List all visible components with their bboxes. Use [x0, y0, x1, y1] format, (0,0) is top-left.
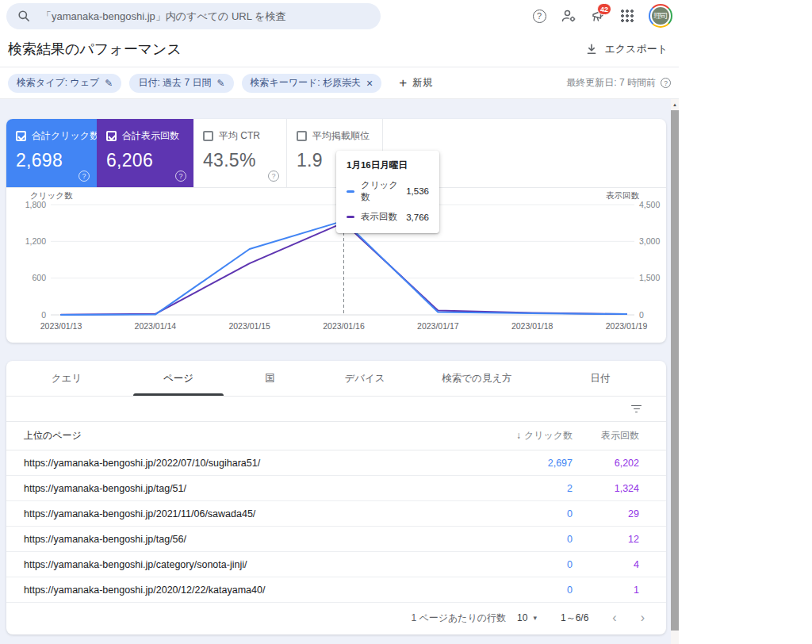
svg-text:0: 0 [41, 310, 46, 320]
close-icon[interactable]: × [366, 78, 373, 89]
page-url[interactable]: https://yamanaka-bengoshi.jp/2020/12/22/… [6, 585, 477, 596]
clicks-value: 0 [477, 559, 573, 570]
filter-chip-date[interactable]: 日付: 過去 7 日間 ✎ [129, 74, 233, 93]
page-url[interactable]: https://yamanaka-bengoshi.jp/tag/56/ [6, 534, 477, 545]
user-settings-button[interactable] [561, 8, 576, 24]
column-header-pages[interactable]: 上位のページ [6, 429, 477, 443]
impressions-series-swatch [347, 216, 354, 218]
new-filter-button[interactable]: + 新規 [399, 76, 432, 90]
help-circle-icon[interactable]: ? [79, 171, 90, 182]
checkbox-checked-icon[interactable] [106, 131, 117, 141]
help-circle-icon[interactable]: ? [268, 171, 279, 182]
edit-icon: ✎ [216, 78, 224, 89]
table-row[interactable]: https://yamanaka-bengoshi.jp/tag/56/ 0 1… [6, 527, 666, 552]
table-pagination: 1 ページあたりの行数 10 ▾ 1～6/6 ‹ › [6, 603, 666, 633]
tooltip-label: クリック数 [361, 179, 400, 203]
edit-icon: ✎ [105, 78, 113, 89]
search-input[interactable] [41, 10, 370, 22]
filter-bar: 検索タイプ: ウェブ ✎ 日付: 過去 7 日間 ✎ 検索キーワード: 杉原崇夫… [0, 67, 679, 99]
avatar-initials: 理司 [650, 6, 671, 26]
impressions-value: 29 [573, 508, 666, 519]
info-icon[interactable]: ? [661, 78, 671, 88]
svg-text:600: 600 [32, 273, 46, 282]
notifications-button[interactable]: 42 [590, 8, 606, 24]
table-row[interactable]: https://yamanaka-bengoshi.jp/2022/07/10/… [6, 450, 666, 476]
vertical-scrollbar[interactable]: ▲ [671, 99, 679, 644]
filter-icon[interactable] [628, 402, 645, 416]
chip-label: 検索タイプ: ウェブ [17, 76, 99, 90]
tab-label: ページ [163, 372, 193, 385]
metric-label: 平均 CTR [219, 129, 260, 143]
sort-desc-icon: ↓ [516, 430, 521, 441]
tab-dates[interactable]: 日付 [534, 361, 666, 396]
export-button[interactable]: エクスポート [586, 42, 668, 56]
tab-countries[interactable]: 国 [230, 361, 310, 396]
svg-text:2023/01/18: 2023/01/18 [511, 321, 553, 331]
table-header-row: 上位のページ ↓クリック数 表示回数 [6, 422, 666, 450]
top-app-bar: ? 42 [0, 0, 679, 32]
impressions-value: 1,324 [573, 483, 666, 494]
impressions-value: 12 [573, 534, 666, 545]
filter-chip-query[interactable]: 検索キーワード: 杉原崇夫 × [242, 74, 382, 93]
rows-per-page-select[interactable]: 10 ▾ [517, 612, 537, 623]
account-avatar[interactable]: 理司 [649, 4, 672, 28]
tab-queries[interactable]: クエリ [6, 361, 127, 396]
metric-label: 平均掲載順位 [312, 129, 370, 143]
scrollbar-thumb[interactable] [671, 110, 679, 631]
impressions-value: 1 [573, 585, 666, 596]
page-url[interactable]: https://yamanaka-bengoshi.jp/2022/07/10/… [6, 458, 477, 469]
page-url[interactable]: https://yamanaka-bengoshi.jp/tag/51/ [6, 483, 477, 494]
page-title: 検索結果のパフォーマンス [8, 40, 182, 59]
chevron-left-icon[interactable]: ‹ [612, 611, 616, 624]
filter-chip-search-type[interactable]: 検索タイプ: ウェブ ✎ [8, 74, 121, 93]
page-url[interactable]: https://yamanaka-bengoshi.jp/2021/11/06/… [6, 508, 477, 519]
last-updated: 最終更新日: 7 時間前 ? [566, 76, 671, 90]
metric-value: 43.5% [203, 150, 277, 171]
chart-tooltip: 1月16日月曜日 クリック数 1,536 表示回数 3,766 [336, 151, 439, 233]
metric-tile-total-impressions[interactable]: 合計表示回数 6,206 ? [97, 119, 193, 187]
metric-value: 2,698 [16, 150, 87, 171]
url-inspect-searchbox[interactable] [6, 3, 381, 29]
tab-devices[interactable]: デバイス [310, 361, 419, 396]
apps-grid-icon [620, 9, 634, 23]
table-row[interactable]: https://yamanaka-bengoshi.jp/2020/12/22/… [6, 577, 666, 603]
checkbox-unchecked-icon[interactable] [297, 131, 307, 141]
svg-text:4,500: 4,500 [639, 200, 660, 209]
svg-text:1,500: 1,500 [639, 273, 660, 282]
dimension-tabs: クエリ ページ 国 デバイス 検索での見え方 日付 [6, 361, 666, 397]
column-header-impressions[interactable]: 表示回数 [573, 429, 666, 443]
scrollbar-up-icon[interactable]: ▲ [671, 99, 679, 110]
metric-label: 合計クリック数 [32, 129, 99, 143]
chevron-right-icon[interactable]: › [641, 611, 645, 624]
help-button[interactable]: ? [531, 8, 547, 24]
table-row[interactable]: https://yamanaka-bengoshi.jp/tag/51/ 2 1… [6, 476, 666, 501]
tooltip-value: 1,536 [406, 186, 429, 196]
tooltip-label: 表示回数 [361, 211, 400, 223]
clicks-value: 0 [477, 508, 573, 519]
clicks-value: 2 [477, 483, 573, 494]
tooltip-value: 3,766 [406, 213, 429, 222]
checkbox-checked-icon[interactable] [16, 131, 26, 141]
apps-grid-button[interactable] [619, 8, 635, 24]
column-header-clicks[interactable]: ↓クリック数 [477, 429, 573, 443]
tab-pages[interactable]: ページ [127, 361, 230, 396]
tab-label: 日付 [591, 372, 611, 385]
svg-text:1,200: 1,200 [25, 236, 46, 246]
tooltip-row-clicks: クリック数 1,536 [347, 179, 429, 203]
table-row[interactable]: https://yamanaka-bengoshi.jp/2021/11/06/… [6, 501, 666, 527]
checkbox-unchecked-icon[interactable] [203, 131, 213, 141]
tab-search-appearance[interactable]: 検索での見え方 [419, 361, 534, 396]
impressions-value: 6,202 [573, 458, 666, 469]
help-circle-icon[interactable]: ? [175, 171, 186, 182]
tab-label: 検索での見え方 [442, 372, 511, 385]
tab-label: クエリ [52, 372, 82, 385]
svg-text:2023/01/16: 2023/01/16 [323, 321, 365, 331]
metric-tile-total-clicks[interactable]: 合計クリック数 2,698 ? [6, 119, 97, 187]
topbar-icons: ? 42 [531, 4, 679, 28]
svg-text:2023/01/14: 2023/01/14 [135, 321, 177, 331]
metric-label: 合計表示回数 [122, 129, 179, 143]
page-url[interactable]: https://yamanaka-bengoshi.jp/category/so… [6, 559, 477, 570]
metric-tile-avg-ctr[interactable]: 平均 CTR 43.5% ? [193, 119, 287, 187]
user-settings-icon [561, 8, 576, 24]
table-row[interactable]: https://yamanaka-bengoshi.jp/category/so… [6, 552, 666, 577]
